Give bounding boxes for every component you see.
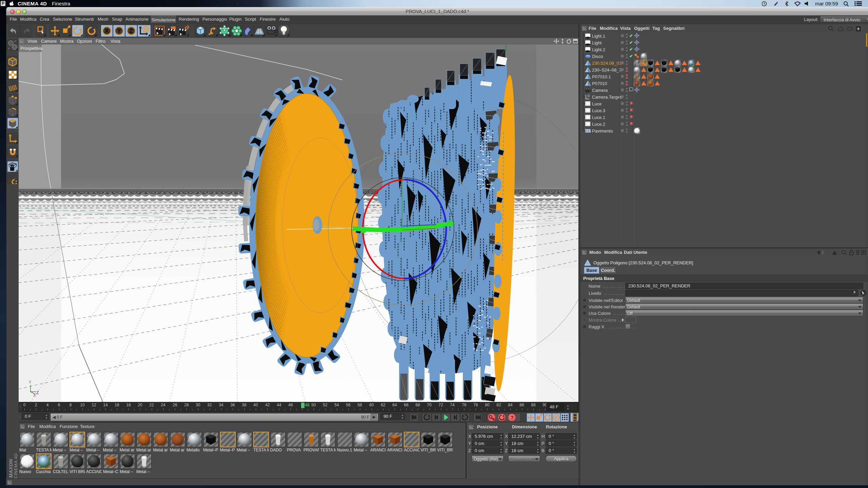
svg-text:?: ? <box>510 414 513 420</box>
svg-text:Y: Y <box>117 28 121 34</box>
svg-text:Z: Z <box>130 28 133 34</box>
svg-text:P: P <box>555 415 558 420</box>
svg-text:0: 0 <box>588 94 590 98</box>
svg-text:X: X <box>33 393 36 398</box>
svg-text:Y: Y <box>28 380 32 385</box>
svg-text:X: X <box>105 28 109 34</box>
svg-text:Prospettiva: Prospettiva <box>20 46 43 51</box>
svg-text:Z: Z <box>36 390 39 395</box>
